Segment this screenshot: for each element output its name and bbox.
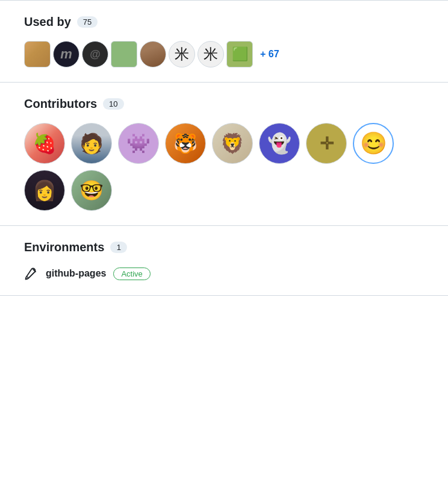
contributor-avatar-3[interactable]: 👾 <box>118 123 159 164</box>
contributors-grid: 🍓 🧑 👾 🐯 🦁 👻 ✛ 😊 👩 <box>24 123 424 211</box>
used-by-avatar-6[interactable]: 米 <box>169 41 195 67</box>
used-by-avatar-7[interactable]: 米 <box>198 41 224 67</box>
used-by-count: 75 <box>77 16 98 28</box>
used-by-avatar-3[interactable]: @ <box>82 41 108 67</box>
used-by-avatar-5[interactable] <box>140 41 166 67</box>
contributor-avatar-9[interactable]: 👩 <box>24 170 65 211</box>
contributor-avatar-6[interactable]: 👻 <box>259 123 300 164</box>
contributors-title: Contributors <box>24 97 97 111</box>
used-by-title: Used by <box>24 15 71 29</box>
contributor-avatar-5[interactable]: 🦁 <box>212 123 253 164</box>
contributor-avatar-7[interactable]: ✛ <box>306 123 347 164</box>
environments-header: Environments 1 <box>24 240 424 254</box>
rocket-icon <box>24 266 39 281</box>
contributors-count: 10 <box>103 98 123 110</box>
used-by-avatar-1[interactable] <box>24 41 51 67</box>
environment-name: github-pages <box>46 268 106 279</box>
used-by-header: Used by 75 <box>24 15 424 29</box>
contributor-avatar-10[interactable]: 🤓 <box>71 170 112 211</box>
environment-item-1[interactable]: github-pages Active <box>24 266 424 281</box>
environments-title: Environments <box>24 240 104 254</box>
used-by-avatar-4[interactable] <box>111 41 137 67</box>
contributors-section: Contributors 10 🍓 🧑 👾 🐯 🦁 👻 ✛ <box>0 83 448 226</box>
svg-point-0 <box>27 277 28 278</box>
contributor-avatar-8[interactable]: 😊 <box>353 123 394 164</box>
contributor-avatar-4[interactable]: 🐯 <box>165 123 206 164</box>
used-by-avatar-2[interactable]: m <box>53 41 79 67</box>
used-by-section: Used by 75 m @ 米 <box>0 1 448 83</box>
more-users-link[interactable]: + 67 <box>260 49 279 60</box>
environments-section: Environments 1 github-pages Active <box>0 226 448 296</box>
contributors-header: Contributors 10 <box>24 97 424 111</box>
used-by-avatar-8[interactable]: 🟩 <box>226 41 253 67</box>
contributor-avatar-2[interactable]: 🧑 <box>71 123 112 164</box>
contributor-avatar-1[interactable]: 🍓 <box>24 123 65 164</box>
used-by-avatars: m @ 米 米 🟩 + 6 <box>24 41 424 67</box>
environments-count: 1 <box>110 242 127 253</box>
environment-status-badge: Active <box>113 268 150 280</box>
